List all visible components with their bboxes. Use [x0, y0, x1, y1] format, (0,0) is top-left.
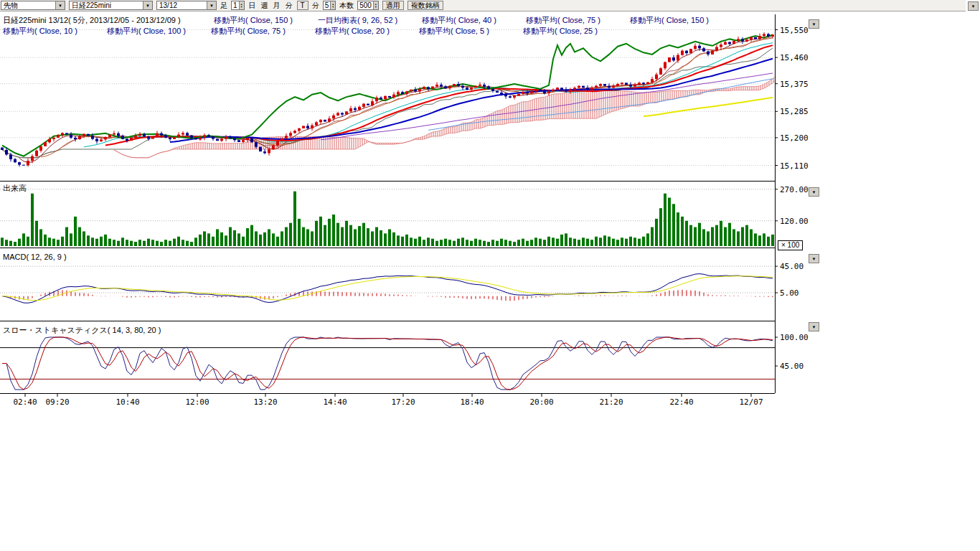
stoch-tick-label: 45.00: [780, 362, 804, 371]
pane-separators: [0, 14, 776, 394]
time-tick-label: 10:40: [116, 397, 139, 407]
time-tick-label: 22:40: [669, 397, 693, 407]
indicator-label: 移動平均( Close, 25 ): [523, 26, 627, 37]
price-tick-label: 15,550: [780, 26, 809, 35]
indicator-label: 移動平均( Close, 20 ): [315, 26, 419, 37]
macd-tick-label: 5.00: [780, 288, 799, 298]
time-tick-label: 12:00: [185, 397, 209, 407]
stoch-pane-label: スロー・ストキャスティクス( 14, 3, 80, 20 ): [3, 325, 161, 336]
indicator-label: 一目均衡表( 9, 26, 52 ): [318, 15, 422, 26]
price-tick-label: 15,460: [780, 53, 809, 62]
price-tick-label: 15,285: [780, 107, 809, 116]
time-tick-label: 17:20: [391, 397, 415, 407]
chart-title: 日経225mini 13/12( 5分, 2013/12/05 - 2013/1…: [3, 15, 214, 26]
time-tick-label: 18:40: [460, 397, 484, 407]
stoch-tick-label: 100.00: [780, 333, 809, 342]
macd-lines: [2, 274, 773, 303]
indicator-label: 移動平均( Close, 10 ): [3, 26, 107, 37]
volume-pane-label: 出来高: [3, 183, 27, 194]
indicator-label: 移動平均( Close, 75 ): [526, 15, 630, 26]
volume-bars: [1, 192, 774, 246]
time-tick-label: 12/07: [739, 397, 763, 407]
indicator-label: 移動平均( Close, 100 ): [107, 26, 211, 37]
indicator-label: 移動平均( Close, 5 ): [419, 26, 523, 37]
volume-tick-label: 270.00: [780, 185, 809, 194]
indicator-label: 移動平均( Close, 75 ): [211, 26, 315, 37]
time-tick-label: 13:20: [253, 397, 277, 407]
time-tick-label: 02:40: [13, 397, 37, 407]
indicator-label: 移動平均( Close, 150 ): [214, 15, 318, 26]
gridlines: [0, 30, 775, 293]
axis-labels: 15,55015,46015,37515,28515,20015,110270.…: [775, 26, 809, 372]
time-tick-label: 21:20: [599, 397, 623, 407]
volume-multiplier-badge: × 100: [778, 240, 803, 250]
chart-header-row1: 日経225mini 13/12( 5分, 2013/12/05 - 2013/1…: [3, 15, 734, 26]
indicator-label: 移動平均( Close, 40 ): [422, 15, 526, 26]
macd-tick-label: 45.00: [780, 262, 804, 271]
macd-pane-menu-button[interactable]: ▼: [809, 254, 819, 263]
window-menu-button[interactable]: ▼: [968, 1, 979, 11]
macd-pane-label: MACD( 12, 26, 9 ): [3, 253, 67, 261]
chart-canvas: 15,55015,46015,37515,28515,20015,110270.…: [0, 0, 980, 420]
price-tick-label: 15,200: [780, 133, 809, 143]
time-axis: 02:4009:2010:4012:0013:2014:4017:2018:40…: [13, 394, 763, 408]
volume-pane-menu-button[interactable]: ▼: [809, 187, 819, 197]
price-pane-menu-button[interactable]: ▼: [809, 19, 819, 29]
price-tick-label: 15,110: [780, 161, 809, 171]
volume-tick-label: 120.00: [780, 217, 809, 226]
app-window: 先物 ▼ 日経225mini ▼ 13/12 ▼ 足 1 ▲▼ 日 週 月 分 …: [0, 0, 980, 551]
stoch-pane-menu-button[interactable]: ▼: [809, 322, 819, 331]
time-tick-label: 09:20: [45, 397, 69, 407]
price-tick-label: 15,375: [780, 80, 809, 89]
chart-header-row2: 移動平均( Close, 10 )移動平均( Close, 100 )移動平均(…: [3, 26, 627, 37]
stochastics-pane: [0, 337, 775, 390]
time-tick-label: 14:40: [323, 397, 347, 407]
time-tick-label: 20:00: [529, 397, 553, 407]
indicator-label: 移動平均( Close, 150 ): [630, 15, 734, 26]
